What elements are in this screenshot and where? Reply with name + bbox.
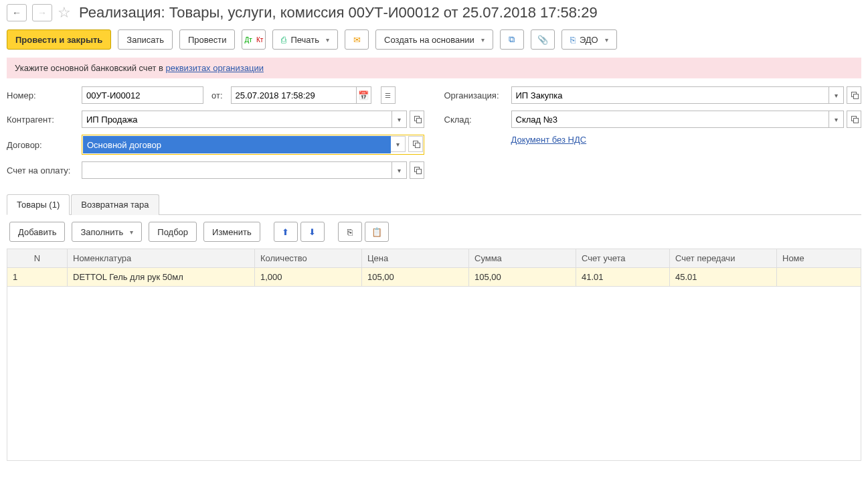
page-title: Реализация: Товары, услуги, комиссия 00У… <box>79 4 598 21</box>
contract-dropdown-button[interactable]: ▾ <box>391 136 406 152</box>
structure-button[interactable]: ⧉ <box>500 29 524 50</box>
open-icon <box>414 116 420 123</box>
table-row[interactable]: 1 DETTOL Гель для рук 50мл 1,000 105,00 … <box>7 268 861 287</box>
open-icon <box>413 141 418 147</box>
fill-button[interactable]: Заполнить <box>72 222 142 242</box>
col-account[interactable]: Счет учета <box>576 249 670 268</box>
envelope-icon: ✉ <box>353 35 361 45</box>
copy-button[interactable]: ⎘ <box>338 222 362 242</box>
post-and-close-button[interactable]: Провести и закрыть <box>7 29 111 50</box>
cell-nomenclature[interactable]: DETTOL Гель для рук 50мл <box>68 268 255 287</box>
calendar-icon: 📅 <box>358 90 369 100</box>
nav-forward-button[interactable]: → <box>32 4 52 21</box>
contract-field[interactable] <box>83 136 391 153</box>
tab-toolbar: Добавить Заполнить Подбор Изменить ⬆ ⬇ ⎘… <box>0 215 868 249</box>
tab-returnable[interactable]: Возвратная тара <box>71 194 159 215</box>
cell-last[interactable] <box>777 268 861 287</box>
vat-link[interactable]: Документ без НДС <box>511 135 587 145</box>
col-transfer[interactable]: Счет передачи <box>670 249 777 268</box>
org-dropdown-button[interactable]: ▾ <box>829 86 844 104</box>
col-price[interactable]: Цена <box>362 249 469 268</box>
cell-n[interactable]: 1 <box>7 268 68 287</box>
structure-icon: ⧉ <box>509 34 515 45</box>
date-list-button[interactable]: ☰ <box>381 86 396 104</box>
add-button[interactable]: Добавить <box>9 222 65 242</box>
open-icon <box>851 116 857 123</box>
cell-sum[interactable]: 105,00 <box>469 268 576 287</box>
warning-bar: Укажите основной банковский счет в рекви… <box>7 58 861 78</box>
number-label: Номер: <box>7 90 76 100</box>
contract-label: Договор: <box>7 140 76 150</box>
contractor-dropdown-button[interactable]: ▾ <box>392 111 407 128</box>
open-icon <box>414 167 420 173</box>
contractor-field[interactable] <box>82 111 392 128</box>
number-field[interactable] <box>82 86 203 104</box>
org-open-button[interactable] <box>847 86 861 104</box>
invoice-label: Счет на оплату: <box>7 165 76 176</box>
open-icon <box>851 92 857 98</box>
arrow-down-icon: ⬇ <box>309 227 316 237</box>
col-sum[interactable]: Сумма <box>469 249 576 268</box>
create-based-on-button[interactable]: Создать на основании <box>375 29 493 50</box>
tab-goods[interactable]: Товары (1) <box>7 194 70 215</box>
post-button[interactable]: Провести <box>179 29 236 50</box>
col-qty[interactable]: Количество <box>255 249 362 268</box>
pick-button[interactable]: Подбор <box>149 222 197 242</box>
warehouse-field[interactable] <box>511 111 830 128</box>
invoice-dropdown-button[interactable]: ▾ <box>392 161 407 179</box>
paperclip-icon: 📎 <box>537 35 548 45</box>
warning-link[interactable]: реквизитах организации <box>166 63 264 73</box>
move-down-button[interactable]: ⬇ <box>300 222 325 242</box>
paste-icon: 📋 <box>371 227 382 237</box>
org-label: Организация: <box>444 90 506 100</box>
col-last[interactable]: Номе <box>777 249 861 268</box>
print-button[interactable]: ⎙ Печать <box>272 29 338 50</box>
cell-transfer[interactable]: 45.01 <box>670 268 777 287</box>
printer-icon: ⎙ <box>281 35 286 45</box>
change-button[interactable]: Изменить <box>203 222 260 242</box>
from-label: от: <box>211 90 223 100</box>
edo-icon: ⎘ <box>570 35 576 45</box>
cell-price[interactable]: 105,00 <box>362 268 469 287</box>
edo-button[interactable]: ⎘ ЭДО <box>561 29 617 50</box>
move-up-button[interactable]: ⬆ <box>274 222 298 242</box>
invoice-open-button[interactable] <box>410 161 424 179</box>
save-button[interactable]: Записать <box>118 29 173 50</box>
email-button[interactable]: ✉ <box>345 29 369 50</box>
favorite-star-icon[interactable]: ☆ <box>58 4 71 21</box>
goods-table: N Номенклатура Количество Цена Сумма Сче… <box>7 249 861 287</box>
attachments-button[interactable]: 📎 <box>531 29 555 50</box>
table-empty-area <box>7 287 861 461</box>
date-field[interactable] <box>231 86 357 104</box>
nav-back-button[interactable]: ← <box>7 4 27 21</box>
warehouse-open-button[interactable] <box>847 111 861 128</box>
contractor-open-button[interactable] <box>410 111 424 128</box>
tabs: Товары (1) Возвратная тара <box>7 194 861 215</box>
warehouse-label: Склад: <box>444 115 506 125</box>
main-toolbar: Провести и закрыть Записать Провести ДтК… <box>0 25 868 58</box>
paste-button[interactable]: 📋 <box>365 222 389 242</box>
cell-account[interactable]: 41.01 <box>576 268 670 287</box>
warning-text: Укажите основной банковский счет в <box>15 63 166 73</box>
copy-icon: ⎘ <box>347 227 353 237</box>
dt-kt-button[interactable]: ДтКт <box>242 29 266 50</box>
org-field[interactable] <box>511 86 830 104</box>
contractor-label: Контрагент: <box>7 115 76 125</box>
invoice-field[interactable] <box>82 161 392 179</box>
warehouse-dropdown-button[interactable]: ▾ <box>829 111 844 128</box>
arrow-up-icon: ⬆ <box>282 227 289 237</box>
contract-open-button[interactable] <box>408 136 423 152</box>
col-n[interactable]: N <box>7 249 68 268</box>
cell-qty[interactable]: 1,000 <box>255 268 362 287</box>
calendar-button[interactable]: 📅 <box>357 86 371 104</box>
col-nomenclature[interactable]: Номенклатура <box>68 249 255 268</box>
